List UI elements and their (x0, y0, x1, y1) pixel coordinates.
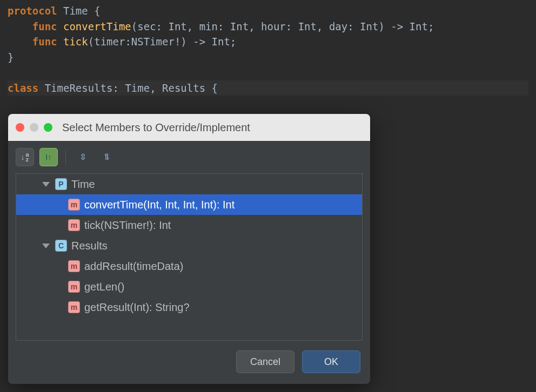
code-line (8, 65, 528, 80)
expand-all-button[interactable]: ⇳ (73, 148, 92, 166)
chevron-down-icon[interactable] (42, 244, 50, 248)
ok-button[interactable]: OK (302, 350, 360, 373)
tree-item-label: getResult(Int): String? (84, 299, 190, 315)
tree-item-label: getLen() (84, 279, 125, 295)
method-icon: m (68, 281, 80, 293)
tree-item-tick[interactable]: m tick(NSTimer!): Int (16, 215, 362, 235)
override-dialog: Select Members to Override/Implement ↓az… (8, 114, 370, 384)
button-label: OK (324, 355, 338, 369)
code-line: func convertTime(sec: Int, min: Int, hou… (8, 19, 528, 35)
code-editor[interactable]: protocol Time { func convertTime(sec: In… (0, 0, 536, 99)
method-icon: m (68, 219, 80, 231)
implement-up-icon: I↑ (45, 151, 52, 164)
close-icon[interactable] (16, 123, 24, 132)
collapse-all-button[interactable]: ⥮ (97, 148, 116, 166)
code-line: func tick(timer:NSTimer!) -> Int; (8, 34, 528, 50)
minimize-icon[interactable] (30, 123, 38, 132)
tree-item-converttime[interactable]: m convertTime(Int, Int, Int, Int): Int (16, 194, 362, 215)
method-icon: m (68, 301, 80, 313)
titlebar: Select Members to Override/Implement (8, 114, 370, 141)
chevron-down-icon[interactable] (42, 182, 50, 187)
method-icon: m (68, 260, 80, 272)
tree-node-label: Time (71, 176, 95, 192)
sort-alpha-button[interactable]: ↓az (16, 148, 34, 166)
code-line: } (8, 50, 528, 65)
class-icon: C (55, 240, 67, 252)
expand-all-icon: ⇳ (79, 151, 86, 164)
tree-node-results[interactable]: C Results (16, 235, 362, 256)
sort-implement-button[interactable]: I↑ (39, 148, 58, 166)
code-line: protocol Time { (8, 3, 528, 19)
toolbar-separator (65, 150, 66, 164)
tree-item-addresult[interactable]: m addResult(timeData) (16, 256, 362, 276)
member-tree[interactable]: P Time m convertTime(Int, Int, Int, Int)… (16, 173, 363, 341)
sort-alpha-icon: ↓az (21, 152, 29, 163)
protocol-icon: P (55, 178, 67, 190)
tree-node-time[interactable]: P Time (16, 174, 362, 194)
cancel-button[interactable]: Cancel (236, 350, 294, 373)
dialog-toolbar: ↓az I↑ ⇳ ⥮ (8, 141, 370, 173)
window-controls (16, 123, 52, 132)
maximize-icon[interactable] (44, 123, 52, 132)
button-label: Cancel (250, 355, 280, 369)
tree-node-label: Results (71, 238, 108, 254)
tree-item-getlen[interactable]: m getLen() (16, 276, 362, 297)
tree-item-getresult[interactable]: m getResult(Int): String? (16, 297, 362, 317)
tree-item-label: convertTime(Int, Int, Int, Int): Int (84, 197, 234, 213)
tree-item-label: tick(NSTimer!): Int (84, 217, 171, 233)
dialog-buttons: Cancel OK (8, 341, 370, 384)
method-icon: m (68, 199, 80, 211)
code-line: class TimeResults: Time, Results { (8, 80, 528, 96)
dialog-title: Select Members to Override/Implement (62, 119, 250, 136)
collapse-all-icon: ⥮ (103, 151, 110, 164)
tree-item-label: addResult(timeData) (84, 258, 183, 274)
